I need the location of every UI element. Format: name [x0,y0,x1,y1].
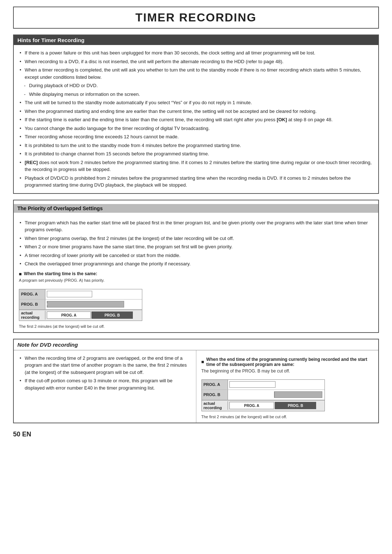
prog-b-bars [45,300,142,309]
note-right-caption: The beginning of the PROG. B may be cut … [201,368,373,374]
note-prog-b-bars [228,390,324,400]
hint-item-10: It is prohibited to change channel from … [19,150,373,158]
note-prog-a-bars [228,380,324,390]
hints-section-content: If there is a power failure or this unit… [14,45,378,193]
hint-item-7: You cannot change the audio language for… [19,124,373,133]
note-diag-actual-row: actualrecording PROG. A PROG. B [202,400,324,411]
hint-item-3a: During playback of HDD or DVD. [19,81,373,90]
note-actual-prog-b: PROG. B [275,402,316,409]
note-diagram-caption: The first 2 minutes (at the longest) wil… [201,415,373,419]
page-title: TIMER RECORDING [13,7,379,29]
hints-list: If there is a power failure or this unit… [19,49,373,190]
hint-item-9: It is prohibited to turn the unit to the… [19,141,373,150]
hint-item-2: When recording to a DVD, if a disc is no… [19,57,373,66]
diagram-row-prog-a: PROG. A [19,289,142,300]
priority-diagram: PROG. A PROG. B actualrecording [19,289,142,321]
hints-section-header: Hints for Timer Recording [14,35,378,45]
note-left-column: When the recording time of 2 programs ar… [14,350,196,423]
note-right-diagram-wrapper: PROG. A PROG. B actualrecord [201,376,373,419]
priority-section: The Priority of Overlapped Settings Time… [13,200,379,333]
hint-item-8: Timer recording whose recording time exc… [19,133,373,141]
note-right-column: When the end time of the programming cur… [196,350,379,423]
prog-b-bar [47,301,124,307]
priority-item-5: Check the overlapped timer programmings … [19,260,373,268]
note-right-diagram: PROG. A PROG. B actualrecord [201,379,325,411]
priority-item-3: When 2 or more timer programs have the s… [19,243,373,251]
priority-list: Timer program which has the earlier star… [19,219,373,268]
actual-prog-b-bar: PROG. B [91,311,133,319]
hint-item-4: The unit will be turned to the standby m… [19,98,373,107]
prog-a-bar [47,291,92,297]
diagram-actual-recording-row: actualrecording PROG. A PROG. B [19,310,142,321]
diagram-caption: The first 2 minutes (at the longest) wil… [19,324,373,329]
actual-recording-bars: PROG. A PROG. B [45,310,142,321]
hint-item-11: [REC] does not work from 2 minutes befor… [19,158,373,174]
note-actual-label: actualrecording [202,401,228,410]
note-left-item-1: When the recording time of 2 programs ar… [19,354,191,377]
hint-item-12: Playback of DVD/CD is prohibited from 2 … [19,174,373,190]
priority-section-header: The Priority of Overlapped Settings [14,204,378,213]
priority-item-4: A timer recording of lower priority will… [19,251,373,260]
priority-item-2: When timer programs overlap, the first 2… [19,234,373,243]
hint-item-6: If the starting time is earlier and the … [19,115,373,124]
note-diag-row-prog-a: PROG. A [202,380,324,390]
actual-prog-a-bar: PROG. A [47,311,91,319]
actual-recording-label: actualrecording [19,311,45,319]
when-label-same-start: When the starting time is the same: [19,271,373,277]
prog-a-label: PROG. A [19,289,45,299]
diagram-row-prog-b: PROG. B [19,300,142,310]
note-section-header: Note for DVD recording [14,339,378,350]
note-prog-a-bar [229,381,276,388]
note-section: Note for DVD recording When the recordin… [13,339,379,423]
note-left-item-2: If the cut-off portion comes up to 3 min… [19,376,191,392]
hint-item-3b: While displaying menus or information on… [19,90,373,99]
prog-caption: A program set previously (PROG. A) has p… [19,278,373,282]
hint-item-1: If there is a power failure or this unit… [19,49,373,57]
prog-a-bars [45,289,142,299]
note-section-content: When the recording time of 2 programs ar… [14,350,378,423]
note-prog-a-label: PROG. A [202,380,228,390]
note-prog-b-label: PROG. B [202,390,228,400]
hints-section: Hints for Timer Recording If there is a … [13,34,379,194]
priority-section-content: Timer program which has the earlier star… [14,215,378,332]
priority-item-1: Timer program which has the earlier star… [19,219,373,234]
note-left-list: When the recording time of 2 programs ar… [19,354,191,392]
note-diag-row-prog-b: PROG. B [202,390,324,400]
note-actual-bars: PROG. A PROG. B [228,400,324,411]
note-actual-prog-a: PROG. A [229,402,274,409]
hint-item-5: When the programmed starting and ending … [19,107,373,116]
note-prog-b-bar [274,391,322,398]
page-number: 50 EN [13,431,379,438]
hint-item-3: When a timer recording is completed, the… [19,66,373,81]
note-right-when-label: When the end time of the programming cur… [201,357,373,367]
prog-b-label: PROG. B [19,300,45,309]
